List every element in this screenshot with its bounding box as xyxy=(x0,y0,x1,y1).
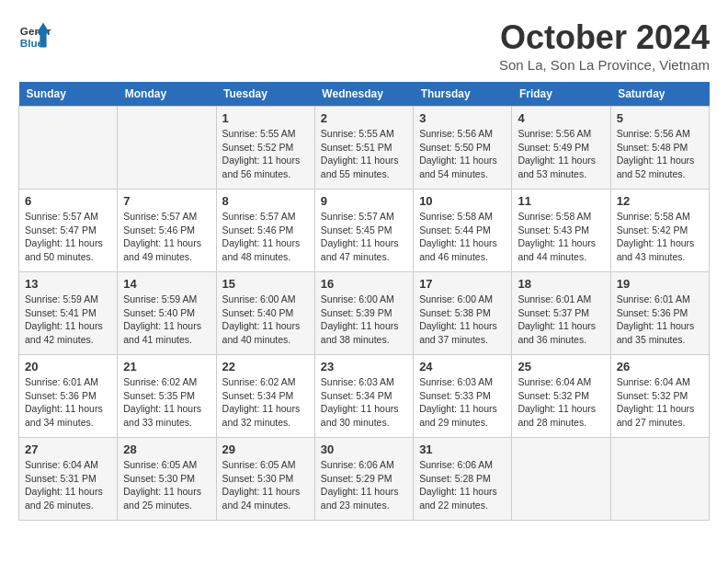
day-number: 21 xyxy=(123,360,210,373)
calendar-cell: 14Sunrise: 5:59 AM Sunset: 5:40 PM Dayli… xyxy=(118,272,216,355)
day-info: Sunrise: 6:06 AM Sunset: 5:28 PM Dayligh… xyxy=(419,458,506,512)
day-info: Sunrise: 5:59 AM Sunset: 5:41 PM Dayligh… xyxy=(25,293,111,347)
day-info: Sunrise: 6:00 AM Sunset: 5:39 PM Dayligh… xyxy=(321,293,407,347)
day-info: Sunrise: 6:03 AM Sunset: 5:33 PM Dayligh… xyxy=(419,375,506,430)
calendar-week-row: 13Sunrise: 5:59 AM Sunset: 5:41 PM Dayli… xyxy=(19,272,710,355)
calendar-cell: 31Sunrise: 6:06 AM Sunset: 5:28 PM Dayli… xyxy=(414,438,512,521)
day-number: 31 xyxy=(419,442,506,456)
calendar-cell: 23Sunrise: 6:03 AM Sunset: 5:34 PM Dayli… xyxy=(314,355,413,438)
day-info: Sunrise: 5:56 AM Sunset: 5:50 PM Dayligh… xyxy=(419,127,506,181)
day-number: 17 xyxy=(419,277,506,291)
calendar-cell: 20Sunrise: 6:01 AM Sunset: 5:36 PM Dayli… xyxy=(19,355,118,438)
calendar-table: SundayMondayTuesdayWednesdayThursdayFrid… xyxy=(18,82,710,521)
calendar-cell: 30Sunrise: 6:06 AM Sunset: 5:29 PM Dayli… xyxy=(314,438,413,521)
weekday-header-row: SundayMondayTuesdayWednesdayThursdayFrid… xyxy=(19,82,710,107)
weekday-header: Tuesday xyxy=(216,82,314,107)
calendar-cell: 22Sunrise: 6:02 AM Sunset: 5:34 PM Dayli… xyxy=(216,355,314,438)
day-number: 24 xyxy=(419,360,506,373)
day-number: 11 xyxy=(518,194,604,208)
calendar-week-row: 1Sunrise: 5:55 AM Sunset: 5:52 PM Daylig… xyxy=(19,107,710,190)
logo-icon: General Blue xyxy=(18,18,51,52)
weekday-header: Thursday xyxy=(414,82,512,107)
day-number: 18 xyxy=(518,277,604,291)
calendar-cell: 5Sunrise: 5:56 AM Sunset: 5:48 PM Daylig… xyxy=(610,107,709,190)
day-info: Sunrise: 6:05 AM Sunset: 5:30 PM Dayligh… xyxy=(123,458,210,512)
calendar-cell: 2Sunrise: 5:55 AM Sunset: 5:51 PM Daylig… xyxy=(314,107,413,190)
calendar-cell: 18Sunrise: 6:01 AM Sunset: 5:37 PM Dayli… xyxy=(512,272,610,355)
day-info: Sunrise: 5:55 AM Sunset: 5:52 PM Dayligh… xyxy=(222,127,309,181)
calendar-cell xyxy=(610,438,709,521)
day-info: Sunrise: 5:55 AM Sunset: 5:51 PM Dayligh… xyxy=(321,127,407,181)
calendar-cell xyxy=(118,107,216,190)
day-info: Sunrise: 5:56 AM Sunset: 5:49 PM Dayligh… xyxy=(518,127,604,181)
day-number: 27 xyxy=(25,442,111,456)
day-number: 15 xyxy=(222,277,309,291)
day-info: Sunrise: 6:01 AM Sunset: 5:37 PM Dayligh… xyxy=(518,293,604,347)
calendar-cell: 29Sunrise: 6:05 AM Sunset: 5:30 PM Dayli… xyxy=(216,438,314,521)
day-info: Sunrise: 6:00 AM Sunset: 5:40 PM Dayligh… xyxy=(222,293,309,347)
day-number: 10 xyxy=(419,194,506,208)
day-number: 7 xyxy=(123,194,210,208)
calendar-cell xyxy=(512,438,610,521)
calendar-cell: 4Sunrise: 5:56 AM Sunset: 5:49 PM Daylig… xyxy=(512,107,610,190)
calendar-cell: 25Sunrise: 6:04 AM Sunset: 5:32 PM Dayli… xyxy=(512,355,610,438)
calendar-cell: 6Sunrise: 5:57 AM Sunset: 5:47 PM Daylig… xyxy=(19,190,118,272)
weekday-header: Saturday xyxy=(610,82,709,107)
calendar-cell: 17Sunrise: 6:00 AM Sunset: 5:38 PM Dayli… xyxy=(414,272,512,355)
day-info: Sunrise: 6:04 AM Sunset: 5:31 PM Dayligh… xyxy=(25,458,111,512)
location-subtitle: Son La, Son La Province, Vietnam xyxy=(499,57,710,73)
day-number: 13 xyxy=(25,277,111,291)
calendar-cell: 3Sunrise: 5:56 AM Sunset: 5:50 PM Daylig… xyxy=(414,107,512,190)
day-info: Sunrise: 6:03 AM Sunset: 5:34 PM Dayligh… xyxy=(321,375,407,430)
day-number: 12 xyxy=(617,194,703,208)
day-info: Sunrise: 6:02 AM Sunset: 5:35 PM Dayligh… xyxy=(123,375,210,430)
calendar-week-row: 27Sunrise: 6:04 AM Sunset: 5:31 PM Dayli… xyxy=(19,438,710,521)
day-info: Sunrise: 5:57 AM Sunset: 5:46 PM Dayligh… xyxy=(123,210,210,264)
day-info: Sunrise: 5:59 AM Sunset: 5:40 PM Dayligh… xyxy=(123,293,210,347)
day-number: 5 xyxy=(617,111,703,125)
day-info: Sunrise: 6:00 AM Sunset: 5:38 PM Dayligh… xyxy=(419,293,506,347)
day-number: 16 xyxy=(321,277,407,291)
calendar-cell: 12Sunrise: 5:58 AM Sunset: 5:42 PM Dayli… xyxy=(610,190,709,272)
calendar-cell: 16Sunrise: 6:00 AM Sunset: 5:39 PM Dayli… xyxy=(314,272,413,355)
calendar-cell: 8Sunrise: 5:57 AM Sunset: 5:46 PM Daylig… xyxy=(216,190,314,272)
calendar-cell: 28Sunrise: 6:05 AM Sunset: 5:30 PM Dayli… xyxy=(118,438,216,521)
weekday-header: Friday xyxy=(512,82,610,107)
title-area: October 2024 Son La, Son La Province, Vi… xyxy=(499,18,710,73)
day-info: Sunrise: 5:57 AM Sunset: 5:47 PM Dayligh… xyxy=(25,210,111,264)
calendar-cell: 1Sunrise: 5:55 AM Sunset: 5:52 PM Daylig… xyxy=(216,107,314,190)
calendar-week-row: 6Sunrise: 5:57 AM Sunset: 5:47 PM Daylig… xyxy=(19,190,710,272)
day-info: Sunrise: 6:04 AM Sunset: 5:32 PM Dayligh… xyxy=(518,375,604,430)
day-info: Sunrise: 5:58 AM Sunset: 5:43 PM Dayligh… xyxy=(518,210,604,264)
day-info: Sunrise: 6:01 AM Sunset: 5:36 PM Dayligh… xyxy=(25,375,111,430)
day-number: 8 xyxy=(222,194,309,208)
page-header: General Blue October 2024 Son La, Son La… xyxy=(18,18,710,73)
calendar-cell: 13Sunrise: 5:59 AM Sunset: 5:41 PM Dayli… xyxy=(19,272,118,355)
weekday-header: Wednesday xyxy=(314,82,413,107)
day-number: 29 xyxy=(222,442,309,456)
day-number: 4 xyxy=(518,111,604,125)
day-number: 23 xyxy=(321,360,407,373)
calendar-cell: 7Sunrise: 5:57 AM Sunset: 5:46 PM Daylig… xyxy=(118,190,216,272)
day-info: Sunrise: 5:58 AM Sunset: 5:44 PM Dayligh… xyxy=(419,210,506,264)
calendar-cell: 27Sunrise: 6:04 AM Sunset: 5:31 PM Dayli… xyxy=(19,438,118,521)
day-info: Sunrise: 5:58 AM Sunset: 5:42 PM Dayligh… xyxy=(617,210,703,264)
day-info: Sunrise: 5:56 AM Sunset: 5:48 PM Dayligh… xyxy=(617,127,703,181)
day-number: 9 xyxy=(321,194,407,208)
calendar-cell: 11Sunrise: 5:58 AM Sunset: 5:43 PM Dayli… xyxy=(512,190,610,272)
day-number: 28 xyxy=(123,442,210,456)
day-info: Sunrise: 6:06 AM Sunset: 5:29 PM Dayligh… xyxy=(321,458,407,512)
calendar-cell: 15Sunrise: 6:00 AM Sunset: 5:40 PM Dayli… xyxy=(216,272,314,355)
day-number: 1 xyxy=(222,111,309,125)
day-info: Sunrise: 6:02 AM Sunset: 5:34 PM Dayligh… xyxy=(222,375,309,430)
calendar-cell xyxy=(19,107,118,190)
weekday-header: Monday xyxy=(118,82,216,107)
day-number: 3 xyxy=(419,111,506,125)
day-number: 20 xyxy=(25,360,111,373)
calendar-cell: 19Sunrise: 6:01 AM Sunset: 5:36 PM Dayli… xyxy=(610,272,709,355)
calendar-week-row: 20Sunrise: 6:01 AM Sunset: 5:36 PM Dayli… xyxy=(19,355,710,438)
logo: General Blue xyxy=(18,18,51,52)
day-number: 30 xyxy=(321,442,407,456)
day-number: 25 xyxy=(518,360,604,373)
weekday-header: Sunday xyxy=(19,82,118,107)
